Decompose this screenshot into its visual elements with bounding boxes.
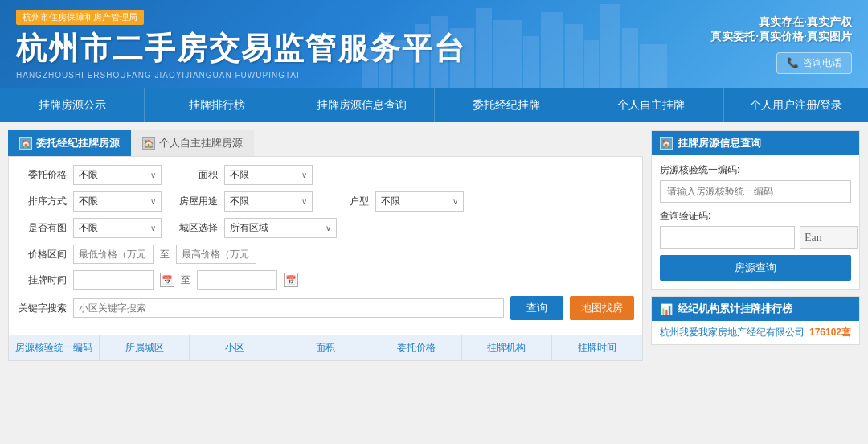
query-button[interactable]: 查询 <box>510 296 563 320</box>
sort-label: 排序方式 <box>17 195 67 208</box>
captcha-label: 查询验证码: <box>660 209 851 223</box>
svg-rect-5 <box>450 28 474 88</box>
phone-button[interactable]: 📞 咨询电话 <box>776 52 852 74</box>
tab-entrust-listing[interactable]: 🏠 委托经纪挂牌房源 <box>8 130 131 156</box>
slogan-line-2: 真实委托·真实价格·真实图片 <box>710 30 852 44</box>
city-select[interactable]: 所有区域 ∨ <box>224 218 337 238</box>
ranking-title: 经纪机构累计挂牌排行榜 <box>678 302 792 316</box>
commission-price-select[interactable]: 不限 ∨ <box>73 165 162 185</box>
right-panel: 🏠 挂牌房源信息查询 房源核验统一编码: 查询验证码: Ean 房源查询 <box>651 130 860 361</box>
government-badge: 杭州市住房保障和房产管理局 <box>16 10 144 25</box>
form-row-3: 是否有图 不限 ∨ 城区选择 所有区域 ∨ <box>17 218 634 238</box>
svg-rect-13 <box>622 28 638 88</box>
house-type-select[interactable]: 不限 ∨ <box>375 191 464 212</box>
chevron-icon-3: ∨ <box>150 197 156 206</box>
svg-rect-10 <box>565 24 583 88</box>
right-header-icon: 🏠 <box>660 137 673 150</box>
chevron-icon: ∨ <box>150 171 156 179</box>
svg-rect-2 <box>393 40 413 88</box>
phone-label: 咨询电话 <box>803 56 841 70</box>
slogan-line-1: 真实存在·真实产权 <box>710 15 852 30</box>
garden-label: 是否有图 <box>17 221 67 235</box>
captcha-row: Ean <box>660 226 851 249</box>
garden-value: 不限 <box>79 221 98 235</box>
area-select[interactable]: 不限 ∨ <box>224 165 313 185</box>
right-ranking-section: 📊 经纪机构累计挂牌排行榜 杭州我爱我家房地产经纪有限公司 176102套 <box>651 296 860 345</box>
form-row-2: 排序方式 不限 ∨ 房屋用途 不限 ∨ 户型 不限 ∨ <box>17 191 634 212</box>
header-right: 真实存在·真实产权 真实委托·真实价格·真实图片 📞 咨询电话 <box>710 15 852 74</box>
chevron-icon-6: ∨ <box>150 224 156 232</box>
captcha-svg: Ean <box>800 227 857 248</box>
search-form: 委托价格 不限 ∨ 面积 不限 ∨ 排序方式 不限 ∨ 房屋用途 <box>8 156 643 335</box>
col-code: 房源核验统一编码 <box>9 335 100 360</box>
city-skyline <box>362 0 667 88</box>
tab-active-icon: 🏠 <box>19 137 32 150</box>
house-use-value: 不限 <box>230 195 249 208</box>
price-min-input[interactable] <box>73 245 154 264</box>
results-header: 房源核验统一编码 所属城区 小区 面积 委托价格 挂牌机构 挂牌时间 <box>8 335 643 361</box>
col-time: 挂牌时间 <box>552 335 642 360</box>
nav-ranking[interactable]: 挂牌排行榜 <box>145 88 289 122</box>
ranking-header: 📊 经纪机构累计挂牌排行榜 <box>652 297 859 321</box>
svg-rect-7 <box>493 20 522 88</box>
form-row-keyword: 关键字搜索 查询 地图找房 <box>17 296 634 320</box>
ranking-agency-name[interactable]: 杭州我爱我家房地产经纪有限公司 <box>660 326 809 339</box>
captcha-image[interactable]: Ean <box>800 226 858 249</box>
commission-price-value: 不限 <box>79 168 98 182</box>
chevron-icon-4: ∨ <box>301 197 307 206</box>
col-agency: 挂牌机构 <box>462 335 553 360</box>
house-use-select[interactable]: 不限 ∨ <box>224 191 313 212</box>
code-label: 房源核验统一编码: <box>660 163 851 177</box>
calendar-end-icon[interactable]: 📅 <box>284 273 298 287</box>
nav-info-query[interactable]: 挂牌房源信息查询 <box>289 88 434 122</box>
sort-select[interactable]: 不限 ∨ <box>73 191 162 212</box>
col-area: 面积 <box>280 335 371 360</box>
garden-select[interactable]: 不限 ∨ <box>73 218 162 238</box>
keyword-label: 关键字搜索 <box>17 302 67 315</box>
svg-rect-12 <box>600 4 620 88</box>
tab-self-listing[interactable]: 🏠 个人自主挂牌房源 <box>131 130 254 156</box>
nav-entrust[interactable]: 委托经纪挂牌 <box>435 88 579 122</box>
svg-rect-14 <box>640 44 667 88</box>
house-type-value: 不限 <box>381 195 400 208</box>
col-price: 委托价格 <box>371 335 462 360</box>
slogans: 真实存在·真实产权 真实委托·真实价格·真实图片 <box>710 15 852 44</box>
chart-icon: 📊 <box>660 303 673 315</box>
sort-value: 不限 <box>79 195 98 208</box>
svg-rect-6 <box>476 8 492 88</box>
chevron-icon-7: ∨ <box>326 224 331 232</box>
map-button[interactable]: 地图找房 <box>570 296 634 320</box>
ranking-item: 杭州我爱我家房地产经纪有限公司 176102套 <box>652 321 859 344</box>
right-query-section: 🏠 挂牌房源信息查询 房源核验统一编码: 查询验证码: Ean 房源查询 <box>651 130 860 290</box>
listing-separator: 至 <box>181 273 190 287</box>
listing-time-label: 挂牌时间 <box>17 273 67 287</box>
listing-end-date[interactable] <box>197 270 277 290</box>
keyword-input[interactable] <box>73 298 504 318</box>
form-row-1: 委托价格 不限 ∨ 面积 不限 ∨ <box>17 165 634 185</box>
chevron-icon-2: ∨ <box>301 171 307 179</box>
right-query-form: 房源核验统一编码: 查询验证码: Ean 房源查询 <box>652 155 859 289</box>
price-max-input[interactable] <box>176 245 256 264</box>
ranking-agency-count: 176102套 <box>809 326 851 339</box>
col-community: 小区 <box>190 335 280 360</box>
svg-text:Ean: Ean <box>805 232 822 244</box>
house-use-label: 房屋用途 <box>168 195 218 208</box>
nav-self-list[interactable]: 个人自主挂牌 <box>579 88 724 122</box>
right-search-button[interactable]: 房源查询 <box>660 255 851 281</box>
nav-listing-public[interactable]: 挂牌房源公示 <box>0 88 145 122</box>
price-range-label: 价格区间 <box>17 248 67 261</box>
svg-rect-8 <box>523 36 539 88</box>
captcha-input[interactable] <box>660 226 795 249</box>
col-district: 所属城区 <box>100 335 190 360</box>
calendar-start-icon[interactable]: 📅 <box>160 273 174 287</box>
right-query-header: 🏠 挂牌房源信息查询 <box>652 131 859 155</box>
area-label: 面积 <box>168 168 218 182</box>
right-query-title: 挂牌房源信息查询 <box>678 136 761 150</box>
svg-rect-3 <box>415 24 429 88</box>
listing-start-date[interactable] <box>73 270 154 290</box>
form-row-price: 价格区间 至 <box>17 245 634 264</box>
code-input[interactable] <box>660 180 851 203</box>
nav-register-login[interactable]: 个人用户注册/登录 <box>724 88 868 122</box>
svg-rect-1 <box>379 32 391 88</box>
city-label: 城区选择 <box>168 221 218 235</box>
